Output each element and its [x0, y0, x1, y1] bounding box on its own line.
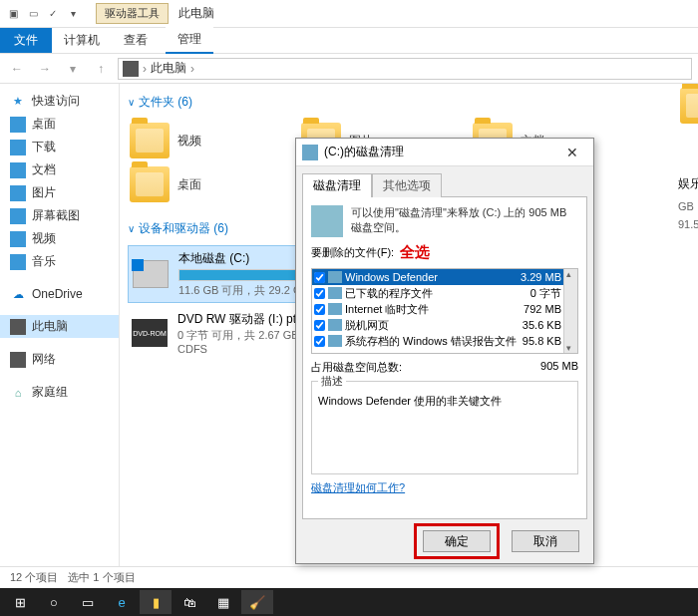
start-button[interactable]: ⊞: [4, 590, 36, 614]
file-row[interactable]: Windows Defender3.29 MB: [312, 269, 577, 285]
qat-btn[interactable]: ▭: [24, 5, 42, 23]
file-icon: [328, 335, 342, 347]
cancel-button[interactable]: 取消: [512, 530, 579, 552]
sidebar-item-pictures[interactable]: 图片: [0, 181, 119, 204]
chevron-down-icon: ∨: [128, 97, 135, 108]
dialog-body: 可以使用"磁盘清理"来释放 (C:) 上的 905 MB 磁盘空间。 要删除的文…: [302, 196, 587, 519]
dialog-buttons: 确定 取消: [296, 519, 593, 563]
status-bar: 12 个项目 选中 1 个项目: [0, 566, 698, 588]
file-row[interactable]: 脱机网页35.6 KB: [312, 317, 577, 333]
folders-header[interactable]: ∨文件夹 (6): [128, 94, 690, 111]
cutoff-column: 下载 娱乐 GB 91.5: [678, 84, 698, 230]
group-title: 描述: [318, 374, 346, 389]
sidebar-item-desktop[interactable]: 桌面: [0, 113, 119, 136]
selection-count: 选中 1 个项目: [68, 570, 135, 585]
total-value: 905 MB: [540, 360, 578, 375]
music-icon: [10, 254, 26, 270]
diskcleanup-icon[interactable]: 🧹: [241, 590, 273, 614]
video-icon: [10, 231, 26, 247]
sidebar-item-documents[interactable]: 文档: [0, 158, 119, 181]
scrollbar[interactable]: [563, 269, 577, 353]
qat-btn[interactable]: ✓: [44, 5, 62, 23]
drive-cut-size: 91.5: [678, 218, 698, 230]
pc-icon: [10, 319, 26, 335]
folder-desktop[interactable]: 桌面: [128, 162, 299, 206]
sidebar-item-downloads[interactable]: 下载: [0, 136, 119, 158]
file-icon: [328, 303, 342, 315]
chevron-down-icon: ∨: [128, 223, 135, 234]
file-icon: [328, 287, 342, 299]
taskview-button[interactable]: ▭: [72, 590, 104, 614]
tool-context-tab[interactable]: 驱动器工具: [96, 3, 169, 24]
drive-cut-label: 娱乐: [678, 175, 698, 192]
sidebar-network[interactable]: 网络: [0, 348, 119, 371]
folder-icon: [130, 166, 170, 202]
cleanup-message: 可以使用"磁盘清理"来释放 (C:) 上的 905 MB 磁盘空间。: [351, 205, 578, 236]
file-tab[interactable]: 文件: [0, 28, 52, 53]
nav-forward[interactable]: →: [34, 58, 56, 80]
drive-cut-gb: GB: [678, 200, 698, 212]
taskbar: ⊞ ○ ▭ e ▮ 🛍 ▦ 🧹: [0, 588, 698, 616]
help-link[interactable]: 磁盘清理如何工作?: [311, 481, 405, 493]
tab-other[interactable]: 其他选项: [372, 173, 442, 197]
file-row[interactable]: Internet 临时文件792 MB: [312, 301, 577, 317]
close-button[interactable]: ✕: [557, 143, 587, 162]
nav-history[interactable]: ▾: [62, 58, 84, 80]
files-label: 要删除的文件(F):: [311, 245, 394, 260]
sidebar-onedrive[interactable]: ☁OneDrive: [0, 283, 119, 305]
document-icon: [10, 162, 26, 178]
breadcrumb-item[interactable]: 此电脑: [151, 60, 186, 77]
ok-highlight: 确定: [414, 523, 500, 559]
cleanup-large-icon: [311, 205, 343, 237]
file-checkbox[interactable]: [314, 336, 325, 347]
edge-icon[interactable]: e: [106, 590, 138, 614]
sidebar-item-screenshots[interactable]: 屏幕截图: [0, 204, 119, 227]
file-checkbox[interactable]: [314, 320, 325, 331]
qat: ▣ ▭ ✓ ▾: [0, 5, 86, 23]
folder-icon: [130, 123, 170, 158]
folder-videos[interactable]: 视频: [128, 119, 299, 162]
nav-sidebar: ★快速访问 桌面 下载 文档 图片 屏幕截图 视频 音乐 ☁OneDrive 此…: [0, 84, 120, 592]
window-title: 此电脑: [178, 5, 214, 22]
drive-icon: [133, 260, 169, 288]
address-bar: ← → ▾ ↑ › 此电脑 ›: [0, 54, 698, 84]
description-text: Windows Defender 使用的非关键文件: [318, 388, 571, 409]
context-tab-group: 驱动器工具: [96, 3, 169, 24]
ribbon-tab-manage[interactable]: 管理: [166, 27, 213, 54]
disk-cleanup-dialog: (C:)的磁盘清理 ✕ 磁盘清理 其他选项 可以使用"磁盘清理"来释放 (C:)…: [295, 138, 594, 564]
ribbon-tab-view[interactable]: 查看: [112, 28, 160, 53]
tab-cleanup[interactable]: 磁盘清理: [302, 173, 372, 197]
file-checkbox[interactable]: [314, 304, 325, 315]
nav-up[interactable]: ↑: [90, 58, 112, 80]
breadcrumb[interactable]: › 此电脑 ›: [118, 58, 692, 80]
file-checkbox[interactable]: [314, 288, 325, 299]
ribbon-tab-computer[interactable]: 计算机: [52, 28, 112, 53]
qat-dropdown[interactable]: ▾: [64, 5, 82, 23]
onedrive-icon: ☁: [10, 286, 26, 302]
folder-icon: [680, 88, 698, 124]
file-list[interactable]: Windows Defender3.29 MB 已下载的程序文件0 字节 Int…: [311, 268, 578, 354]
cortana-button[interactable]: ○: [38, 590, 70, 614]
app-icon: ▣: [4, 5, 22, 23]
sidebar-thispc[interactable]: 此电脑: [0, 315, 119, 338]
file-checkbox[interactable]: [314, 272, 325, 283]
network-icon: [10, 352, 26, 368]
cleanup-icon: [302, 145, 318, 160]
total-label: 占用磁盘空间总数:: [311, 360, 402, 375]
sidebar-homegroup[interactable]: ⌂家庭组: [0, 381, 119, 404]
sidebar-quick-access[interactable]: ★快速访问: [0, 90, 119, 113]
app-icon[interactable]: ▦: [207, 590, 239, 614]
file-icon: [328, 319, 342, 331]
folder-downloads[interactable]: 下载: [678, 84, 698, 128]
file-icon: [328, 271, 342, 283]
store-icon[interactable]: 🛍: [174, 590, 205, 614]
explorer-icon[interactable]: ▮: [140, 590, 172, 614]
nav-back[interactable]: ←: [6, 58, 28, 80]
sidebar-item-videos[interactable]: 视频: [0, 227, 119, 250]
file-row[interactable]: 系统存档的 Windows 错误报告文件95.8 KB: [312, 333, 577, 349]
sidebar-item-music[interactable]: 音乐: [0, 250, 119, 273]
item-count: 12 个项目: [10, 570, 58, 585]
file-row[interactable]: 已下载的程序文件0 字节: [312, 285, 577, 301]
ok-button[interactable]: 确定: [423, 530, 491, 552]
dialog-tabs: 磁盘清理 其他选项: [296, 166, 593, 196]
